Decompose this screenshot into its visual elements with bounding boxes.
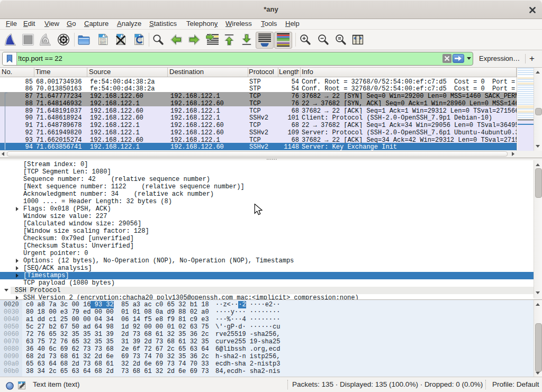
svg-text:0011: 0011 xyxy=(100,42,106,45)
